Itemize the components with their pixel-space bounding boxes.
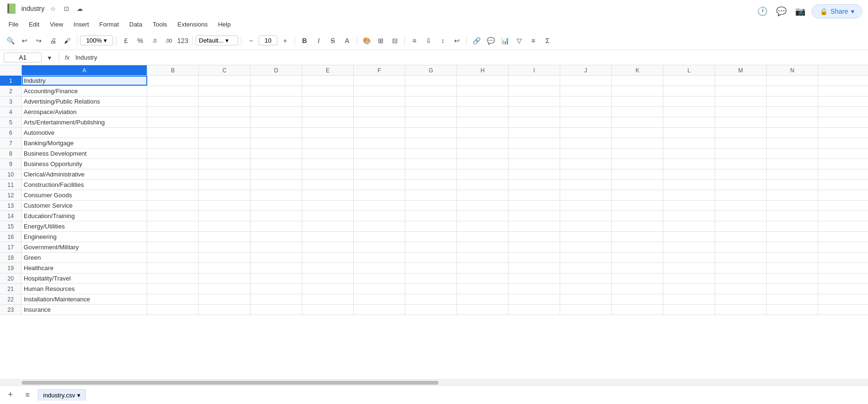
cell-g23[interactable] — [405, 305, 457, 315]
cell-b3[interactable] — [147, 97, 199, 106]
col-header-m[interactable]: M — [715, 65, 767, 75]
cell-c2[interactable] — [199, 86, 251, 96]
cell-c6[interactable] — [199, 128, 251, 138]
cell-n17[interactable] — [767, 242, 818, 252]
cell-b22[interactable] — [147, 294, 199, 304]
cell-d12[interactable] — [251, 190, 302, 200]
cell-n2[interactable] — [767, 86, 818, 96]
cell-a22[interactable]: Installation/Maintenance — [22, 294, 147, 304]
sheet-tab-industry[interactable]: industry.csv ▾ — [38, 389, 86, 401]
menu-insert[interactable]: Insert — [69, 19, 94, 30]
cell-g12[interactable] — [405, 190, 457, 200]
cell-i1[interactable] — [509, 76, 560, 86]
cloud-icon[interactable]: ☁ — [75, 4, 84, 13]
cell-l22[interactable] — [663, 294, 715, 304]
cell-k23[interactable] — [612, 305, 663, 315]
cell-l9[interactable] — [663, 159, 715, 169]
align-btn[interactable]: ≡ — [408, 34, 421, 47]
cell-i8[interactable] — [509, 149, 560, 158]
cell-n4[interactable] — [767, 107, 818, 117]
cell-l8[interactable] — [663, 149, 715, 158]
cell-d7[interactable] — [251, 138, 302, 148]
cell-e12[interactable] — [302, 190, 354, 200]
cell-b15[interactable] — [147, 221, 199, 231]
cell-b4[interactable] — [147, 107, 199, 117]
cell-h20[interactable] — [457, 273, 509, 283]
cell-m11[interactable] — [715, 180, 767, 190]
cell-h17[interactable] — [457, 242, 509, 252]
cell-i2[interactable] — [509, 86, 560, 96]
cell-m5[interactable] — [715, 117, 767, 127]
cell-d1[interactable] — [251, 76, 302, 86]
cell-j13[interactable] — [560, 201, 612, 211]
table-row[interactable]: 20Hospitality/Travel — [0, 273, 868, 284]
cell-j8[interactable] — [560, 149, 612, 158]
share-button[interactable]: 🔒 Share ▾ — [812, 4, 862, 18]
cell-k18[interactable] — [612, 253, 663, 263]
cell-k3[interactable] — [612, 97, 663, 106]
cell-l11[interactable] — [663, 180, 715, 190]
cell-h15[interactable] — [457, 221, 509, 231]
cell-e20[interactable] — [302, 273, 354, 283]
cell-f9[interactable] — [354, 159, 405, 169]
cell-b1[interactable] — [147, 76, 199, 86]
cell-g2[interactable] — [405, 86, 457, 96]
cell-n22[interactable] — [767, 294, 818, 304]
cell-f11[interactable] — [354, 180, 405, 190]
cell-j7[interactable] — [560, 138, 612, 148]
menu-edit[interactable]: Edit — [24, 19, 44, 30]
cell-c7[interactable] — [199, 138, 251, 148]
cell-m22[interactable] — [715, 294, 767, 304]
cell-c21[interactable] — [199, 284, 251, 294]
cell-e7[interactable] — [302, 138, 354, 148]
cell-f10[interactable] — [354, 169, 405, 179]
cell-j16[interactable] — [560, 232, 612, 242]
cell-j5[interactable] — [560, 117, 612, 127]
currency-btn[interactable]: £ — [119, 34, 133, 47]
undo-btn[interactable]: ↩ — [18, 34, 31, 47]
cell-c13[interactable] — [199, 201, 251, 211]
cell-l16[interactable] — [663, 232, 715, 242]
cell-h22[interactable] — [457, 294, 509, 304]
cell-g3[interactable] — [405, 97, 457, 106]
cell-b18[interactable] — [147, 253, 199, 263]
cell-b5[interactable] — [147, 117, 199, 127]
cell-l13[interactable] — [663, 201, 715, 211]
cell-m13[interactable] — [715, 201, 767, 211]
cell-a20[interactable]: Hospitality/Travel — [22, 273, 147, 283]
cell-m3[interactable] — [715, 97, 767, 106]
horizontal-scrollbar[interactable] — [0, 379, 868, 385]
cell-d15[interactable] — [251, 221, 302, 231]
cell-j21[interactable] — [560, 284, 612, 294]
cell-f5[interactable] — [354, 117, 405, 127]
cell-c12[interactable] — [199, 190, 251, 200]
cell-c3[interactable] — [199, 97, 251, 106]
cell-f18[interactable] — [354, 253, 405, 263]
cell-b21[interactable] — [147, 284, 199, 294]
cell-a16[interactable]: Engineering — [22, 232, 147, 242]
col-header-b[interactable]: B — [147, 65, 199, 75]
cell-c4[interactable] — [199, 107, 251, 117]
cell-c5[interactable] — [199, 117, 251, 127]
table-row[interactable]: 6Automotive — [0, 128, 868, 138]
cell-a7[interactable]: Banking/Mortgage — [22, 138, 147, 148]
cell-a23[interactable]: Insurance — [22, 305, 147, 315]
cell-k12[interactable] — [612, 190, 663, 200]
cell-n21[interactable] — [767, 284, 818, 294]
cell-k11[interactable] — [612, 180, 663, 190]
formula-dropdown-icon[interactable]: ▾ — [45, 51, 53, 64]
cell-j20[interactable] — [560, 273, 612, 283]
cell-l18[interactable] — [663, 253, 715, 263]
cell-c22[interactable] — [199, 294, 251, 304]
cell-n13[interactable] — [767, 201, 818, 211]
cell-a3[interactable]: Advertising/Public Relations — [22, 97, 147, 106]
cell-k15[interactable] — [612, 221, 663, 231]
print-btn[interactable]: 🖨 — [46, 34, 60, 47]
scrollbar-thumb[interactable] — [22, 381, 438, 385]
table-row[interactable]: 5Arts/Entertainment/Publishing — [0, 117, 868, 128]
cell-l3[interactable] — [663, 97, 715, 106]
cell-m7[interactable] — [715, 138, 767, 148]
more-btn[interactable]: ≡ — [527, 34, 540, 47]
cell-f20[interactable] — [354, 273, 405, 283]
link-btn[interactable]: 🔗 — [470, 34, 483, 47]
